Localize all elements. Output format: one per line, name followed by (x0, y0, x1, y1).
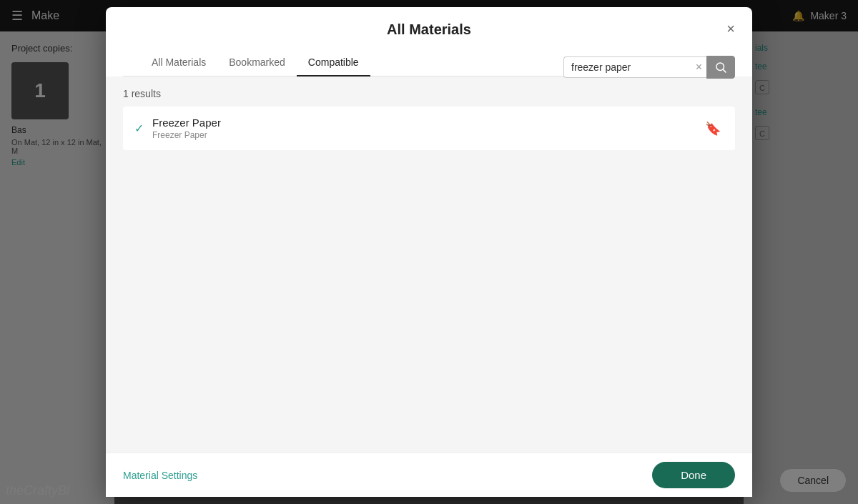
tab-bookmarked[interactable]: Bookmarked (217, 49, 297, 76)
result-text: Freezer Paper Freezer Paper (152, 117, 702, 140)
bookmark-icon[interactable]: 🔖 (702, 119, 724, 138)
result-subtitle: Freezer Paper (152, 130, 702, 140)
search-clear-icon[interactable]: × (696, 61, 702, 73)
all-materials-modal: All Materials × × All Materials Bookmark… (106, 7, 752, 497)
result-name: Freezer Paper (152, 117, 702, 129)
result-item[interactable]: ✓ Freezer Paper Freezer Paper 🔖 (123, 107, 735, 150)
search-button[interactable] (706, 56, 735, 79)
search-icon (714, 61, 727, 74)
modal-header: All Materials × × All Materials Bookmark… (106, 7, 752, 76)
selected-check-icon: ✓ (134, 122, 144, 135)
search-area: × (563, 56, 735, 79)
search-input-wrap: × (563, 56, 706, 78)
search-input[interactable] (563, 56, 706, 78)
svg-line-1 (723, 69, 726, 72)
results-list: ✓ Freezer Paper Freezer Paper 🔖 (123, 107, 735, 150)
modal-footer: Material Settings Done (106, 453, 752, 497)
modal-close-button[interactable]: × (721, 19, 741, 39)
tab-compatible[interactable]: Compatible (297, 49, 370, 76)
material-settings-link[interactable]: Material Settings (123, 470, 197, 481)
modal-title: All Materials (123, 21, 735, 38)
tab-all-materials[interactable]: All Materials (140, 49, 217, 76)
results-count: 1 results (123, 76, 735, 107)
modal-body: 1 results ✓ Freezer Paper Freezer Paper … (106, 76, 752, 453)
done-button[interactable]: Done (652, 462, 735, 488)
svg-point-0 (716, 63, 724, 71)
